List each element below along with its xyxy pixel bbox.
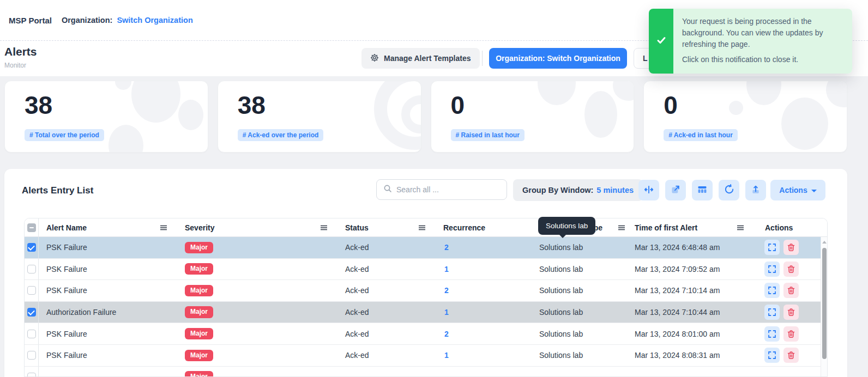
- expand-alert-button[interactable]: [764, 305, 780, 320]
- scope-tooltip: Solutions lab: [538, 217, 595, 235]
- row-checkbox-cell: [25, 367, 39, 377]
- stat-card-acked-hour: 0 # Ack-ed in last hour: [643, 81, 847, 153]
- alert-scope: Solutions lab: [532, 351, 627, 360]
- toast-body: Your request is being processed in the b…: [673, 9, 852, 74]
- table-row[interactable]: PSK Failure Major Ack-ed 2 Solutions lab…: [25, 323, 827, 345]
- alert-time: Mar 13, 2024 7:10:44 am: [627, 308, 743, 317]
- toast-notification[interactable]: Your request is being processed in the b…: [649, 9, 852, 74]
- card-decor: [781, 98, 828, 150]
- search-input[interactable]: [396, 185, 500, 194]
- delete-alert-button[interactable]: [783, 262, 799, 277]
- recurrence-link[interactable]: 2: [436, 330, 532, 338]
- row-checkbox[interactable]: [27, 286, 36, 295]
- delete-alert-button[interactable]: [783, 348, 799, 363]
- severity-badge: Major: [185, 263, 213, 275]
- alert-name: PSK Failure: [39, 330, 177, 338]
- recurrence-link[interactable]: 2: [436, 243, 532, 252]
- row-checkbox[interactable]: [27, 265, 36, 273]
- expand-alert-button[interactable]: [764, 240, 780, 255]
- column-resize-button[interactable]: [638, 180, 659, 200]
- expand-alert-button[interactable]: [764, 326, 780, 342]
- table-row[interactable]: PSK Failure Major Ack-ed 2 Solutions lab…: [25, 280, 827, 302]
- alert-time: Mar 13, 2024 7:09:52 am: [627, 265, 743, 273]
- delete-alert-button[interactable]: [783, 240, 799, 255]
- table-header-row: Alert Name Severity Status Recurrence Sc…: [25, 218, 827, 237]
- row-checkbox[interactable]: [27, 243, 36, 252]
- alert-name: PSK Failure: [39, 265, 177, 273]
- expand-alert-button[interactable]: [764, 348, 780, 363]
- columns-icon: [697, 185, 707, 196]
- export-icon: [751, 185, 761, 196]
- delete-alert-button[interactable]: [783, 326, 799, 342]
- stat-value: 0: [664, 91, 678, 120]
- open-external-icon: [671, 185, 680, 196]
- alert-status: Ack-ed: [337, 330, 436, 338]
- recurrence-link[interactable]: 1: [436, 265, 532, 273]
- refresh-button[interactable]: [719, 180, 739, 200]
- delete-alert-button[interactable]: [783, 283, 799, 298]
- col-resize-icon: [644, 185, 654, 196]
- alert-scope: Solutions lab: [532, 330, 627, 338]
- brand-title: MSP Portal: [9, 16, 52, 25]
- column-menu-icon[interactable]: [160, 224, 167, 232]
- column-menu-icon[interactable]: [320, 224, 328, 232]
- severity-badge: Major: [185, 242, 213, 253]
- columns-button[interactable]: [692, 180, 713, 200]
- card-decor: [538, 81, 576, 105]
- toast-close-hint: Click on this notification to close it.: [682, 54, 843, 65]
- column-header-recurrence[interactable]: Recurrence: [436, 223, 532, 232]
- search-box[interactable]: [376, 179, 507, 200]
- organization-switch-button[interactable]: Organization: Switch Organization: [489, 48, 627, 69]
- column-menu-icon[interactable]: [737, 224, 744, 232]
- alert-name: PSK Failure: [39, 243, 177, 252]
- column-header-severity[interactable]: Severity: [177, 223, 337, 232]
- switch-organization-link[interactable]: Switch Organization: [117, 16, 192, 25]
- recurrence-link[interactable]: 2: [436, 286, 532, 295]
- select-all-checkbox[interactable]: [27, 223, 36, 232]
- export-button[interactable]: [745, 180, 766, 200]
- row-checkbox[interactable]: [27, 330, 36, 338]
- actions-label: Actions: [779, 186, 807, 194]
- scrollbar-thumb[interactable]: [822, 248, 827, 359]
- row-checkbox-cell: [25, 237, 39, 258]
- stat-card-raised-hour: 0 # Raised in last hour: [431, 81, 635, 153]
- table-row[interactable]: PSK Failure Major Ack-ed 2 Solutions lab…: [25, 237, 827, 259]
- card-decor: [131, 81, 180, 123]
- stat-value: 38: [238, 91, 266, 120]
- group-by-window-control[interactable]: Group By Window: 5 minutes: [513, 179, 643, 201]
- table-row[interactable]: Major: [25, 367, 827, 377]
- open-external-button[interactable]: [665, 180, 686, 200]
- stat-label-badge: # Raised in last hour: [451, 129, 525, 141]
- column-header-time[interactable]: Time of first Alert: [627, 223, 743, 232]
- stat-label-badge: # Ack-ed in last hour: [664, 129, 738, 141]
- recurrence-link[interactable]: 1: [436, 351, 532, 360]
- expand-alert-button[interactable]: [764, 283, 780, 298]
- expand-alert-button[interactable]: [764, 262, 780, 277]
- table-row[interactable]: PSK Failure Major Ack-ed 1 Solutions lab…: [25, 259, 827, 281]
- card-decor: [584, 91, 617, 138]
- scroll-up-arrow-icon[interactable]: [822, 241, 827, 244]
- row-checkbox-cell: [25, 345, 39, 366]
- row-checkbox[interactable]: [27, 373, 36, 377]
- page-title: Alerts: [4, 45, 37, 58]
- severity-badge: Major: [185, 328, 213, 339]
- delete-alert-button[interactable]: [783, 305, 799, 320]
- row-checkbox[interactable]: [27, 351, 36, 360]
- severity-badge: Major: [185, 285, 213, 296]
- alert-scope: Solutions lab: [532, 308, 627, 317]
- column-menu-icon[interactable]: [618, 224, 625, 232]
- card-decor: [108, 125, 143, 153]
- actions-dropdown-button[interactable]: Actions: [770, 180, 825, 200]
- group-by-value: 5 minutes: [596, 186, 634, 194]
- row-checkbox-cell: [25, 280, 39, 301]
- table-scrollbar[interactable]: [821, 237, 827, 376]
- row-checkbox[interactable]: [27, 308, 36, 317]
- manage-alert-templates-button[interactable]: Manage Alert Templates: [361, 48, 480, 69]
- stat-label-badge: # Ack-ed over the period: [238, 129, 324, 141]
- table-row[interactable]: Authorization Failure Major Ack-ed 1 Sol…: [25, 302, 827, 324]
- table-row[interactable]: PSK Failure Major Ack-ed 1 Solutions lab…: [25, 345, 827, 367]
- column-menu-icon[interactable]: [418, 224, 426, 232]
- row-checkbox-cell: [25, 259, 39, 280]
- column-header-alert-name[interactable]: Alert Name: [39, 223, 177, 232]
- recurrence-link[interactable]: 1: [436, 308, 532, 317]
